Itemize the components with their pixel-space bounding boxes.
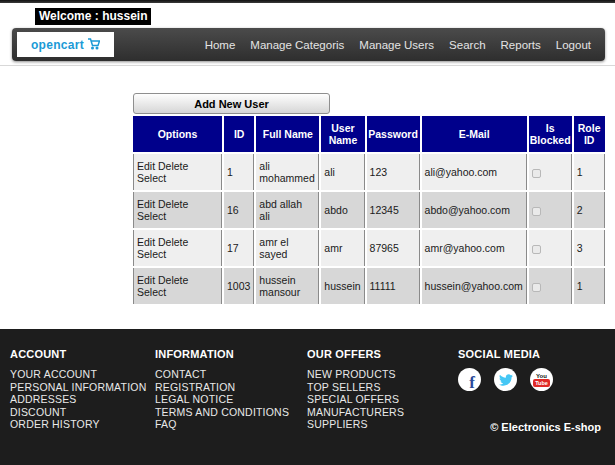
top-rule xyxy=(0,0,615,3)
full-name-cell: hussein mansour xyxy=(256,268,319,304)
role-id-cell: 1 xyxy=(574,154,605,190)
full-name-cell: ali mohammed xyxy=(256,154,319,190)
welcome-label: Welcome : hussein xyxy=(35,8,151,25)
table-row: Edit Delete Select 1 ali mohammed ali 12… xyxy=(133,154,605,190)
table-row: Edit Delete Select 17 amr el sayed amr 8… xyxy=(133,230,605,266)
email-cell: ali@yahoo.com xyxy=(422,154,527,190)
footer-column-title: OUR OFFERS xyxy=(307,348,458,360)
user-name-cell: abdo xyxy=(321,192,364,228)
password-cell: 11111 xyxy=(367,268,420,304)
email-cell: amr@yahoo.com xyxy=(422,230,527,266)
is-blocked-checkbox xyxy=(532,169,541,178)
nav-item-home[interactable]: Home xyxy=(205,39,236,51)
footer-column-our-offers: OUR OFFERS NEW PRODUCTS TOP SELLERS SPEC… xyxy=(307,348,458,431)
edit-link[interactable]: Edit xyxy=(137,198,155,210)
col-header-email: E-Mail xyxy=(422,116,527,152)
role-id-cell: 1 xyxy=(574,268,605,304)
col-header-options: Options xyxy=(133,116,222,152)
options-cell: Edit Delete Select xyxy=(133,154,222,190)
footer-link-discount[interactable]: DISCOUNT xyxy=(10,406,155,419)
footer-link-special-offers[interactable]: SPECIAL OFFERS xyxy=(307,393,458,406)
is-blocked-checkbox xyxy=(532,283,541,292)
users-table: Options ID Full Name User Name Password … xyxy=(131,114,607,306)
col-header-full-name: Full Name xyxy=(256,116,319,152)
is-blocked-checkbox xyxy=(532,245,541,254)
opencart-logo-text: opencart xyxy=(31,38,84,52)
user-name-cell: hussein xyxy=(321,268,364,304)
nav-menu: Home Manage Categoris Manage Users Searc… xyxy=(205,39,591,51)
nav-item-reports[interactable]: Reports xyxy=(501,39,541,51)
footer-link-addresses[interactable]: ADDRESSES xyxy=(10,393,155,406)
id-cell: 16 xyxy=(224,192,254,228)
nav-item-manage-categories[interactable]: Manage Categoris xyxy=(250,39,344,51)
footer-link-top-sellers[interactable]: TOP SELLERS xyxy=(307,381,458,394)
select-link[interactable]: Select xyxy=(137,248,166,260)
nav-item-logout[interactable]: Logout xyxy=(556,39,591,51)
footer-column-title: SOCIAL MEDIA xyxy=(458,348,553,360)
opencart-logo[interactable]: opencart xyxy=(17,32,114,57)
is-blocked-cell xyxy=(529,192,572,228)
delete-link[interactable]: Delete xyxy=(158,274,188,286)
is-blocked-cell xyxy=(529,268,572,304)
footer-link-personal-information[interactable]: PERSONAL INFORMATION xyxy=(10,381,155,394)
nav-item-search[interactable]: Search xyxy=(449,39,485,51)
email-cell: abdo@yahoo.com xyxy=(422,192,527,228)
twitter-icon[interactable] xyxy=(494,368,517,391)
footer-link-manufacturers[interactable]: MANUFACTURERS xyxy=(307,406,458,419)
delete-link[interactable]: Delete xyxy=(158,160,188,172)
footer-link-order-history[interactable]: ORDER HISTORY xyxy=(10,418,155,431)
nav-item-manage-users[interactable]: Manage Users xyxy=(359,39,434,51)
table-row: Edit Delete Select 1003 hussein mansour … xyxy=(133,268,605,304)
footer-column-title: ACCOUNT xyxy=(10,348,155,360)
password-cell: 87965 xyxy=(367,230,420,266)
select-link[interactable]: Select xyxy=(137,210,166,222)
footer-link-terms-and-conditions[interactable]: TERMS AND CONDITIONS xyxy=(155,406,307,419)
add-new-user-button[interactable]: Add New User xyxy=(133,93,330,114)
user-name-cell: ali xyxy=(321,154,364,190)
footer-column-title: INFORMATION xyxy=(155,348,307,360)
navbar: opencart Home Manage Categoris Manage Us… xyxy=(12,28,605,61)
id-cell: 17 xyxy=(224,230,254,266)
footer-link-contact[interactable]: CONTACT xyxy=(155,368,307,381)
options-cell: Edit Delete Select xyxy=(133,192,222,228)
email-cell: hussein@yahoo.com xyxy=(422,268,527,304)
col-header-password: Password xyxy=(367,116,420,152)
main-content: Add New User Options ID Full Name User N… xyxy=(133,93,615,306)
col-header-is-blocked: Is Blocked xyxy=(529,116,572,152)
footer-link-your-account[interactable]: YOUR ACCOUNT xyxy=(10,368,155,381)
table-row: Edit Delete Select 16 abd allah ali abdo… xyxy=(133,192,605,228)
user-name-cell: amr xyxy=(321,230,364,266)
footer-link-legal-notice[interactable]: LEGAL NOTICE xyxy=(155,393,307,406)
facebook-icon[interactable]: f xyxy=(458,368,481,391)
footer-link-registration[interactable]: REGISTRATION xyxy=(155,381,307,394)
select-link[interactable]: Select xyxy=(137,172,166,184)
footer-link-faq[interactable]: FAQ xyxy=(155,418,307,431)
youtube-icon[interactable]: You Tube xyxy=(530,368,553,391)
is-blocked-cell xyxy=(529,230,572,266)
password-cell: 12345 xyxy=(367,192,420,228)
col-header-role-id: Role ID xyxy=(574,116,605,152)
col-header-id: ID xyxy=(224,116,254,152)
navbar-divider xyxy=(0,65,615,66)
edit-link[interactable]: Edit xyxy=(137,274,155,286)
is-blocked-cell xyxy=(529,154,572,190)
copyright-text: © Electronics E-shop xyxy=(490,421,601,433)
footer: ACCOUNT YOUR ACCOUNT PERSONAL INFORMATIO… xyxy=(0,329,615,465)
options-cell: Edit Delete Select xyxy=(133,230,222,266)
footer-link-suppliers[interactable]: SUPPLIERS xyxy=(307,418,458,431)
edit-link[interactable]: Edit xyxy=(137,160,155,172)
password-cell: 123 xyxy=(367,154,420,190)
select-link[interactable]: Select xyxy=(137,286,166,298)
footer-column-information: INFORMATION CONTACT REGISTRATION LEGAL N… xyxy=(155,348,307,431)
delete-link[interactable]: Delete xyxy=(158,198,188,210)
delete-link[interactable]: Delete xyxy=(158,236,188,248)
col-header-user-name: User Name xyxy=(321,116,364,152)
full-name-cell: abd allah ali xyxy=(256,192,319,228)
footer-column-account: ACCOUNT YOUR ACCOUNT PERSONAL INFORMATIO… xyxy=(10,348,155,431)
id-cell: 1 xyxy=(224,154,254,190)
edit-link[interactable]: Edit xyxy=(137,236,155,248)
full-name-cell: amr el sayed xyxy=(256,230,319,266)
id-cell: 1003 xyxy=(224,268,254,304)
footer-link-new-products[interactable]: NEW PRODUCTS xyxy=(307,368,458,381)
footer-column-social-media: SOCIAL MEDIA f You Tube xyxy=(458,348,553,431)
